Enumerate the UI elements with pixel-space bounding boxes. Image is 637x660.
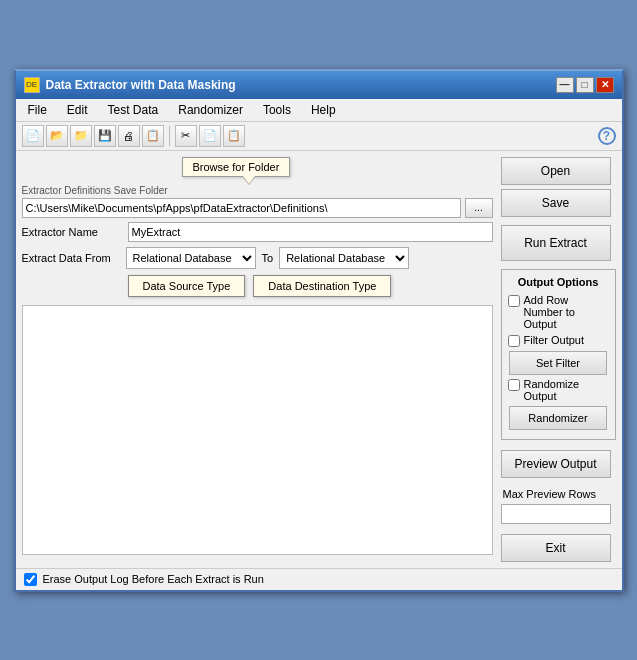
filter-output-checkbox[interactable]: [508, 335, 520, 347]
preview-output-button[interactable]: Preview Output: [501, 450, 611, 478]
close-button[interactable]: ✕: [596, 77, 614, 93]
app-icon: DE: [24, 77, 40, 93]
toolbar-paste-button[interactable]: 📋: [223, 125, 245, 147]
save-folder-label: Extractor Definitions Save Folder: [22, 185, 493, 196]
help-icon[interactable]: ?: [598, 127, 616, 145]
source-callout: Data Source Type: [128, 275, 246, 297]
toolbar-separator: [169, 126, 170, 146]
bottom-bar: Erase Output Log Before Each Extract is …: [16, 568, 622, 590]
menu-randomizer[interactable]: Randomizer: [170, 101, 251, 119]
exit-button[interactable]: Exit: [501, 534, 611, 562]
add-row-number-label: Add Row Number to Output: [524, 294, 609, 330]
randomize-output-row: Randomize Output: [508, 378, 609, 402]
toolbar-save-button[interactable]: 💾: [94, 125, 116, 147]
menu-help[interactable]: Help: [303, 101, 344, 119]
save-button[interactable]: Save: [501, 189, 611, 217]
extract-from-row: Extract Data From Relational Database To…: [22, 247, 493, 269]
output-options-box: Output Options Add Row Number to Output …: [501, 269, 616, 440]
minimize-button[interactable]: —: [556, 77, 574, 93]
browse-button[interactable]: ...: [465, 198, 493, 218]
toolbar-open-button[interactable]: 📂: [46, 125, 68, 147]
maximize-button[interactable]: □: [576, 77, 594, 93]
extractor-name-row: Extractor Name: [22, 222, 493, 242]
erase-log-checkbox[interactable]: [24, 573, 37, 586]
source-type-dropdown[interactable]: Relational Database: [126, 247, 256, 269]
menu-bar: File Edit Test Data Randomizer Tools Hel…: [16, 99, 622, 122]
window-title: Data Extractor with Data Masking: [46, 78, 236, 92]
browse-callout: Browse for Folder: [182, 157, 291, 177]
menu-file[interactable]: File: [20, 101, 55, 119]
title-buttons: — □ ✕: [556, 77, 614, 93]
randomize-output-label: Randomize Output: [524, 378, 609, 402]
main-content: Browse for Folder Extractor Definitions …: [16, 151, 622, 568]
toolbar-copy-button[interactable]: 📄: [199, 125, 221, 147]
dest-callout: Data Destination Type: [253, 275, 391, 297]
erase-log-label: Erase Output Log Before Each Extract is …: [43, 573, 264, 585]
menu-tools[interactable]: Tools: [255, 101, 299, 119]
browse-section: Browse for Folder Extractor Definitions …: [22, 157, 493, 297]
toolbar-recent-button[interactable]: 📁: [70, 125, 92, 147]
extractor-name-input[interactable]: [128, 222, 493, 242]
max-preview-label: Max Preview Rows: [501, 488, 616, 500]
callout-labels: Data Source Type Data Destination Type: [22, 275, 493, 297]
toolbar: 📄 📂 📁 💾 🖨 📋 ✂ 📄 📋 ?: [16, 122, 622, 151]
filter-output-label: Filter Output: [524, 334, 585, 346]
open-button[interactable]: Open: [501, 157, 611, 185]
menu-test-data[interactable]: Test Data: [100, 101, 167, 119]
max-preview-input[interactable]: [501, 504, 611, 524]
to-label: To: [260, 252, 276, 264]
extract-from-label: Extract Data From: [22, 252, 122, 264]
left-panel: Browse for Folder Extractor Definitions …: [22, 157, 493, 562]
toolbar-cut-button[interactable]: ✂: [175, 125, 197, 147]
add-row-number-row: Add Row Number to Output: [508, 294, 609, 330]
set-filter-button[interactable]: Set Filter: [509, 351, 607, 375]
randomizer-button[interactable]: Randomizer: [509, 406, 607, 430]
title-bar: DE Data Extractor with Data Masking — □ …: [16, 71, 622, 99]
randomize-output-checkbox[interactable]: [508, 379, 520, 391]
extractor-name-label: Extractor Name: [22, 226, 122, 238]
add-row-number-checkbox[interactable]: [508, 295, 520, 307]
filter-output-row: Filter Output: [508, 334, 609, 347]
save-folder-input[interactable]: [22, 198, 461, 218]
main-window: DE Data Extractor with Data Masking — □ …: [14, 69, 624, 592]
toolbar-new-button[interactable]: 📄: [22, 125, 44, 147]
toolbar-copy2-button[interactable]: 📋: [142, 125, 164, 147]
output-options-title: Output Options: [508, 276, 609, 288]
folder-path-row: ...: [22, 198, 493, 218]
definition-area: [22, 305, 493, 555]
run-extract-button[interactable]: Run Extract: [501, 225, 611, 261]
dest-type-dropdown[interactable]: Relational Database: [279, 247, 409, 269]
title-bar-left: DE Data Extractor with Data Masking: [24, 77, 236, 93]
menu-edit[interactable]: Edit: [59, 101, 96, 119]
toolbar-print-button[interactable]: 🖨: [118, 125, 140, 147]
right-panel: Open Save Run Extract Output Options Add…: [501, 157, 616, 562]
